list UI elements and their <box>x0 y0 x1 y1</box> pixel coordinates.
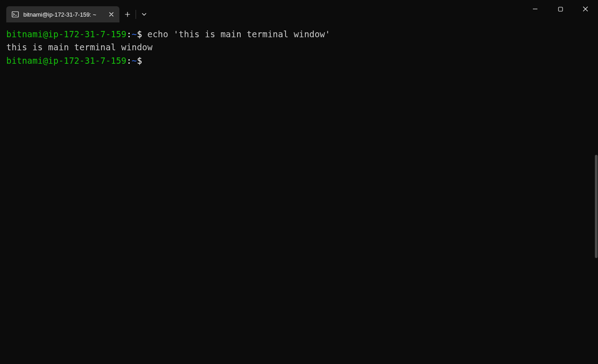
terminal-line: bitnami@ip-172-31-7-159:~$ <box>6 54 592 67</box>
prompt-dollar: $ <box>137 29 142 39</box>
tab-close-button[interactable] <box>108 11 115 18</box>
terminal-tab[interactable]: bitnami@ip-172-31-7-159: ~ <box>6 6 119 22</box>
tab-actions <box>119 6 136 22</box>
svg-rect-3 <box>558 7 563 11</box>
prompt-colon: : <box>127 29 132 39</box>
svg-rect-0 <box>12 12 18 17</box>
prompt-colon: : <box>127 56 132 66</box>
prompt-path: ~ <box>132 56 137 66</box>
prompt-dollar: $ <box>137 56 142 66</box>
prompt-user: bitnami@ip-172-31-7-159 <box>6 29 127 39</box>
titlebar-left: bitnami@ip-172-31-7-159: ~ <box>0 0 152 22</box>
tab-title: bitnami@ip-172-31-7-159: ~ <box>23 11 103 18</box>
minimize-button[interactable] <box>523 0 548 18</box>
new-tab-button[interactable] <box>119 6 136 22</box>
prompt-path: ~ <box>132 29 137 39</box>
tab-dropdown-button[interactable] <box>136 6 152 22</box>
prompt-user: bitnami@ip-172-31-7-159 <box>6 56 127 66</box>
terminal-content[interactable]: bitnami@ip-172-31-7-159:~$ echo 'this is… <box>0 22 598 73</box>
terminal-line: bitnami@ip-172-31-7-159:~$ echo 'this is… <box>6 28 592 41</box>
close-button[interactable] <box>573 0 598 18</box>
output-text: this is main terminal window <box>6 42 153 52</box>
window-titlebar: bitnami@ip-172-31-7-159: ~ <box>0 0 598 22</box>
terminal-icon <box>12 11 19 18</box>
tab-actions-2 <box>136 6 152 22</box>
command-text: echo 'this is main terminal window' <box>142 29 330 39</box>
scrollbar[interactable] <box>595 155 598 258</box>
terminal-output: this is main terminal window <box>6 41 592 54</box>
maximize-button[interactable] <box>548 0 573 18</box>
window-controls <box>523 0 598 22</box>
